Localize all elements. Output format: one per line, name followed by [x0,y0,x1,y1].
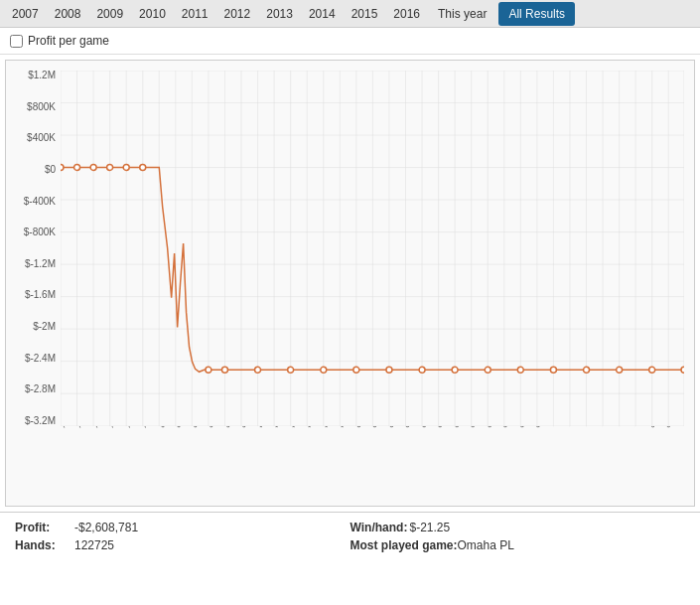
data-point [140,164,146,170]
win-hand-row: Win/hand: $-21.25 [350,521,686,534]
chart-controls: Profit per game [0,28,700,55]
y-label-8: $-2M [33,322,56,332]
data-point [584,367,590,373]
data-point [255,367,261,373]
year-2007[interactable]: 2007 [4,0,47,28]
data-point [206,367,211,373]
profit-line [61,167,684,372]
y-label-5: $-800K [24,227,56,237]
year-2009[interactable]: 2009 [88,0,131,28]
data-point [617,367,623,373]
svg-text:Oct 2013: Oct 2013 [210,426,234,429]
profit-row: Profit: -$2,608,781 [15,521,350,534]
data-point [61,164,64,170]
profit-value: -$2,608,781 [74,521,138,534]
svg-text:Oct 2012: Oct 2012 [112,426,136,429]
year-2011[interactable]: 2011 [174,0,216,28]
data-point [386,367,392,373]
y-label-1: $800K [27,102,56,112]
data-point [353,367,359,373]
year-2012[interactable]: 2012 [216,0,259,28]
data-point [90,164,96,170]
year-2008[interactable]: 2008 [47,0,89,28]
svg-text:Oct 2014: Oct 2014 [308,426,332,429]
data-point [485,367,490,373]
left-stats: Profit: -$2,608,781 Hands: 122725 [15,521,350,556]
data-point [221,367,227,373]
profit-per-game-label: Profit per game [28,34,109,48]
most-played-row: Most played game: Omaha PL [350,538,686,552]
hands-value: 122725 [74,538,114,552]
svg-text:Oct 2015: Oct 2015 [406,426,430,429]
data-point [681,367,684,373]
right-stats: Win/hand: $-21.25 Most played game: Omah… [350,521,686,556]
data-point [321,367,327,373]
year-2013[interactable]: 2013 [258,0,301,28]
all-results-button[interactable]: All Results [498,2,575,26]
year-nav: 2007 2008 2009 2010 2011 2012 2013 2014 … [0,0,700,28]
data-point [550,367,556,373]
data-point [517,367,523,373]
profit-per-game-checkbox[interactable] [10,35,23,48]
y-label-0: $1.2M [28,71,56,80]
most-played-value: Omaha PL [458,538,514,552]
win-hand-label: Win/hand: [350,521,410,534]
y-label-6: $-1.2M [25,259,56,269]
stats-bar: Profit: -$2,608,781 Hands: 122725 Win/ha… [0,512,700,564]
year-2015[interactable]: 2015 [344,0,386,28]
chart-svg [61,71,684,426]
y-label-11: $-3.2M [25,416,56,426]
y-label-4: $-400K [24,197,56,207]
y-axis: $1.2M $800K $400K $0 $-400K $-800K $-1.2… [6,71,61,426]
profit-per-game-toggle[interactable]: Profit per game [10,34,109,48]
hands-row: Hands: 122725 [15,538,350,552]
data-point [419,367,425,373]
data-point [288,367,294,373]
hands-label: Hands: [15,538,74,552]
profit-label: Profit: [15,521,74,534]
data-point [74,164,80,170]
year-2016[interactable]: 2016 [385,0,428,28]
y-label-7: $-1.6M [25,290,56,300]
y-label-9: $-2.4M [25,354,56,364]
year-2010[interactable]: 2010 [131,0,174,28]
svg-text:Oct 2017: Oct 2017 [602,426,626,429]
y-label-2: $400K [27,133,56,143]
x-axis: Feb 2012 Apr 2012 Jun 2012 Aug 2012 Oct … [61,426,684,506]
win-hand-value: $-21.25 [410,521,451,534]
svg-text:Oct 2016: Oct 2016 [504,426,528,429]
this-year-button[interactable]: This year [428,3,496,25]
chart-container: $1.2M $800K $400K $0 $-400K $-800K $-1.2… [5,60,695,507]
year-2014[interactable]: 2014 [301,0,344,28]
svg-text:Feb 2012: Feb 2012 [61,426,70,429]
data-point [452,367,458,373]
y-label-3: $0 [45,165,56,175]
data-point [123,164,129,170]
most-played-label: Most played game: [350,538,458,552]
data-point [649,367,655,373]
data-point [107,164,113,170]
y-label-10: $-2.8M [25,384,56,394]
